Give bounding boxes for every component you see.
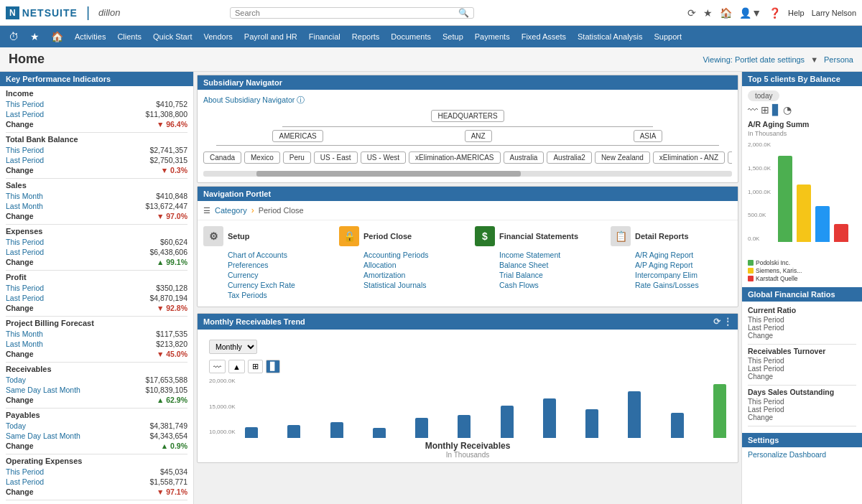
nav-clients[interactable]: Clients	[111, 26, 147, 47]
sub-nav-child-node[interactable]: xElimination-AMERICAS	[409, 151, 500, 164]
star-icon[interactable]: ★	[703, 7, 713, 19]
sub-nav-child-node[interactable]: Mexico	[244, 151, 280, 164]
nav-financial[interactable]: Financial	[303, 26, 346, 47]
sub-nav-child-node[interactable]: Canada	[203, 151, 241, 164]
hq-node[interactable]: HEADQUARTERS	[431, 110, 504, 122]
nav-col-link[interactable]: Currency	[228, 271, 325, 279]
sub-nav-child-node[interactable]: US - West	[361, 151, 406, 164]
sub-nav-child-node[interactable]: US - East	[314, 151, 358, 164]
line-chart-icon[interactable]: 〰	[748, 104, 758, 116]
nav-activities[interactable]: Activities	[69, 26, 111, 47]
chart-area-btn[interactable]: ▲	[228, 360, 245, 373]
kpi-row: Last Period $11,308,800	[6, 109, 187, 119]
alerts-icon[interactable]: 👤▼	[739, 7, 761, 19]
nav-col-link[interactable]: Intercompany Elim	[635, 271, 732, 279]
kpi-label[interactable]: This Period	[6, 100, 44, 108]
kpi-label[interactable]: This Period	[6, 467, 44, 476]
nav-col-link[interactable]: A/P Aging Report	[635, 261, 732, 269]
gfr-header: Global Financial Ratios	[742, 287, 862, 302]
search-input[interactable]	[235, 9, 458, 17]
sub-nav-child-node[interactable]: Peru	[283, 151, 311, 164]
nav-col-link[interactable]: Rate Gains/Losses	[635, 281, 732, 289]
nav-col-link[interactable]: Statistical Journals	[363, 281, 460, 289]
persona-link[interactable]: Persona	[824, 55, 853, 64]
nav-col-links: Accounting PeriodsAllocationAmortization…	[363, 251, 460, 289]
kpi-change-value: ▼ 97.0%	[157, 212, 187, 220]
help-icon[interactable]: ❓	[769, 7, 781, 19]
kpi-label[interactable]: Last Period	[6, 110, 44, 118]
sub-nav-child-node[interactable]: New Zealand	[595, 151, 650, 164]
nav-col-link[interactable]: Allocation	[363, 261, 460, 269]
nav-payments[interactable]: Payments	[469, 26, 516, 47]
gfr-change-label: Change	[748, 332, 773, 340]
nav-vendors[interactable]: Vendors	[198, 26, 238, 47]
nav-col-link[interactable]: A/R Aging Report	[635, 251, 732, 259]
nav-col-link[interactable]: Income Statement	[499, 251, 596, 259]
about-subsidiary[interactable]: About Subsidiary Navigator ⓘ	[203, 95, 732, 106]
kpi-label[interactable]: This Month	[6, 192, 43, 200]
top5-legend: Podolski Inc. Siemens, Karis... Karstadt…	[748, 259, 856, 282]
kpi-label[interactable]: Today	[6, 421, 26, 430]
bar-chart-icon[interactable]: ▊	[772, 104, 780, 116]
navigation-portlet: Navigation Portlet ☰ Category › Period C…	[197, 186, 738, 307]
settings-menu-icon[interactable]: ⋮	[723, 317, 732, 327]
viewing-settings[interactable]: Viewing: Portlet date settings	[703, 55, 805, 64]
region-asia[interactable]: ASIA	[634, 130, 663, 142]
nav-quickstart[interactable]: Quick Start	[147, 26, 198, 47]
table-chart-icon[interactable]: ⊞	[761, 104, 769, 116]
home-icon[interactable]: 🏠	[720, 7, 732, 19]
sub-nav-child-node[interactable]: xElimination - ANZ	[653, 151, 725, 164]
sub-nav-child-node[interactable]: Hong Kong	[728, 151, 732, 164]
kpi-label[interactable]: Same Day Last Month	[6, 431, 80, 440]
chart-bar-btn[interactable]: ▊	[266, 360, 280, 373]
nav-col-link[interactable]: Currency Exch Rate	[228, 281, 325, 289]
personalize-dashboard-link[interactable]: Personalize Dashboard	[742, 447, 862, 462]
nav-support[interactable]: Support	[649, 26, 688, 47]
kpi-label[interactable]: Last Month	[6, 340, 43, 348]
monthly-bar	[287, 425, 300, 438]
kpi-label[interactable]: Last Period	[6, 294, 44, 302]
region-americas[interactable]: AMERICAS	[272, 130, 323, 142]
bar-siemens	[797, 141, 811, 242]
kpi-label[interactable]: Same Day Last Month	[6, 386, 80, 394]
nav-col-link[interactable]: Amortization	[363, 271, 460, 279]
kpi-label[interactable]: Last Period	[6, 156, 44, 164]
nav-col-link[interactable]: Cash Flows	[499, 281, 596, 289]
nav-col-link[interactable]: Trial Balance	[499, 271, 596, 279]
nav-col-link[interactable]: Chart of Accounts	[228, 251, 325, 259]
nav-col-link[interactable]: Accounting Periods	[363, 251, 460, 259]
nav-payroll[interactable]: Payroll and HR	[238, 26, 303, 47]
kpi-label[interactable]: This Period	[6, 238, 44, 246]
sub-nav-child-node[interactable]: Australia2	[547, 151, 591, 164]
kpi-label[interactable]: This Period	[6, 284, 44, 292]
nav-col-link[interactable]: Balance Sheet	[499, 261, 596, 269]
nav-clock-icon[interactable]: ⏱	[3, 31, 24, 42]
nav-star-icon[interactable]: ★	[24, 31, 45, 42]
region-anz[interactable]: ANZ	[465, 130, 492, 142]
nav-documents[interactable]: Documents	[385, 26, 437, 47]
nav-reports[interactable]: Reports	[346, 26, 386, 47]
legend-label: Siemens, Karis...	[756, 267, 802, 274]
refresh-icon[interactable]: ⟳	[713, 317, 720, 327]
nav-setup[interactable]: Setup	[437, 26, 469, 47]
sub-nav-child-node[interactable]: Australia	[504, 151, 544, 164]
trend-period-select[interactable]: Monthly	[209, 340, 257, 354]
history-icon[interactable]: ⟳	[687, 7, 696, 19]
kpi-label[interactable]: Last Period	[6, 248, 44, 256]
monthly-bar	[373, 428, 386, 438]
monthly-chart-subtitle: In Thousands	[209, 451, 726, 459]
chart-line-btn[interactable]: 〰	[209, 360, 226, 373]
pie-chart-icon[interactable]: ◔	[783, 104, 792, 116]
nav-fixed-assets[interactable]: Fixed Assets	[516, 26, 572, 47]
nav-statistical[interactable]: Statistical Analysis	[572, 26, 648, 47]
nav-col-link[interactable]: Preferences	[228, 261, 325, 269]
kpi-label[interactable]: Last Month	[6, 202, 43, 210]
breadcrumb-category[interactable]: Category	[215, 206, 247, 215]
kpi-label[interactable]: This Period	[6, 146, 44, 154]
kpi-label[interactable]: Last Period	[6, 477, 44, 486]
kpi-label[interactable]: This Month	[6, 330, 43, 338]
nav-home-icon[interactable]: 🏠	[45, 31, 69, 42]
kpi-label[interactable]: Today	[6, 375, 26, 384]
chart-table-btn[interactable]: ⊞	[248, 360, 263, 373]
nav-col-link[interactable]: Tax Periods	[228, 291, 325, 299]
